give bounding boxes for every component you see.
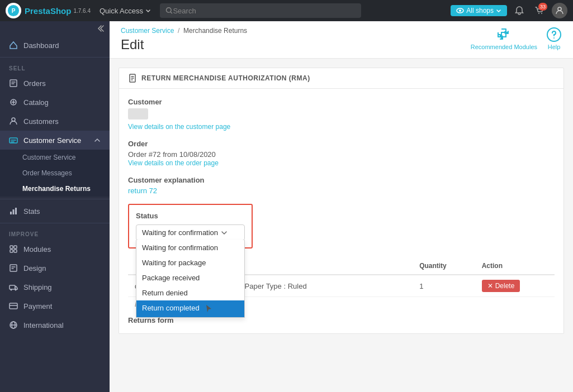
logo-area: P PrestaShop 1.7.6.4 <box>6 3 91 18</box>
globe-icon <box>9 321 18 329</box>
search-icon <box>165 7 173 15</box>
svg-text:P: P <box>12 8 16 14</box>
shipping-icon <box>9 283 18 291</box>
stats-icon <box>9 207 18 216</box>
dashboard-icon <box>9 41 18 50</box>
svg-point-5 <box>538 13 539 14</box>
sidebar-item-design[interactable]: Design <box>0 259 110 278</box>
notifications-button[interactable] <box>512 3 527 18</box>
sidebar-section-sell: SELL <box>0 60 110 74</box>
main-content: Customer Service / Merchandise Returns E… <box>110 21 573 392</box>
sidebar-subitem-order-messages[interactable]: Order Messages <box>0 165 110 181</box>
svg-rect-20 <box>10 285 15 289</box>
search-input[interactable] <box>173 7 356 15</box>
header-actions: Recommended Modules Help <box>471 27 562 50</box>
sidebar: Dashboard SELL Orders Catalog Customers <box>0 21 110 392</box>
logo-text: PrestaShop <box>25 6 71 16</box>
sidebar-item-customers[interactable]: Customers <box>0 112 110 131</box>
sidebar-item-stats[interactable]: Stats <box>0 202 110 221</box>
orders-badge: 33 <box>538 3 547 11</box>
status-option-return-completed[interactable]: Return completed <box>136 300 244 317</box>
delete-product-button[interactable]: ✕ Delete <box>482 280 520 292</box>
help-icon <box>546 27 562 42</box>
status-option-waiting-confirmation[interactable]: Waiting for confirmation <box>136 240 244 255</box>
collapse-icon <box>96 25 104 32</box>
chevron-up-icon <box>94 137 101 144</box>
user-icon <box>555 6 564 15</box>
status-option-package-received[interactable]: Package received <box>136 270 244 285</box>
chevron-down-icon <box>496 8 501 13</box>
sidebar-section-improve: IMPROVE <box>0 226 110 240</box>
order-field: Order Order #72 from 10/08/2020 View det… <box>128 140 555 167</box>
rma-card: RETURN MERCHANDISE AUTHORIZATION (RMA) C… <box>119 68 564 334</box>
sidebar-item-international[interactable]: International <box>0 315 110 334</box>
chevron-down-icon <box>221 230 228 236</box>
breadcrumb: Customer Service / Merchandise Returns <box>121 27 247 35</box>
customers-icon <box>9 117 18 126</box>
svg-point-21 <box>11 289 12 291</box>
customer-detail-link[interactable]: View details on the customer page <box>128 123 230 131</box>
quick-access-button[interactable]: Quick Access <box>100 7 151 15</box>
col-header-qty: Quantity <box>413 257 475 275</box>
orders-icon-button[interactable]: 33 <box>532 3 547 18</box>
cursor-icon <box>205 304 212 314</box>
sidebar-item-payment[interactable]: Payment <box>0 297 110 315</box>
content-area: RETURN MERCHANDISE AUTHORIZATION (RMA) C… <box>110 59 573 352</box>
search-bar[interactable] <box>160 3 361 18</box>
sidebar-item-orders[interactable]: Orders <box>0 74 110 93</box>
sidebar-subitem-customer-service[interactable]: Customer Service <box>0 150 110 165</box>
breadcrumb-parent-link[interactable]: Customer Service <box>121 27 174 35</box>
logo-icon: P <box>6 3 21 18</box>
svg-point-10 <box>12 118 15 121</box>
user-avatar[interactable] <box>552 3 567 18</box>
divider-2 <box>0 199 110 199</box>
nav-right: All shops 33 <box>451 3 567 18</box>
divider-3 <box>0 223 110 223</box>
breadcrumb-child: Merchandise Returns <box>183 27 247 35</box>
sidebar-item-shipping[interactable]: Shipping <box>0 278 110 297</box>
status-select[interactable]: Waiting for confirmation <box>136 224 245 241</box>
orders-icon <box>9 79 18 88</box>
design-icon <box>9 264 18 273</box>
svg-point-28 <box>553 37 555 39</box>
main-header: Customer Service / Merchandise Returns E… <box>110 21 573 59</box>
status-option-return-denied[interactable]: Return denied <box>136 285 244 300</box>
divider <box>0 57 110 58</box>
top-navigation: P PrestaShop 1.7.6.4 Quick Access All sh… <box>0 0 573 21</box>
customer-service-icon <box>9 136 18 145</box>
rma-card-header: RETURN MERCHANDISE AUTHORIZATION (RMA) <box>119 68 563 89</box>
sidebar-item-catalog[interactable]: Catalog <box>0 93 110 112</box>
sidebar-item-customer-service[interactable]: Customer Service <box>0 131 110 150</box>
svg-rect-16 <box>14 246 17 248</box>
sidebar-subitem-merchandise-returns[interactable]: Merchandise Returns <box>0 181 110 197</box>
customer-avatar-placeholder <box>128 108 148 119</box>
svg-rect-17 <box>10 250 13 252</box>
svg-rect-12 <box>10 212 12 214</box>
sidebar-collapse-button[interactable] <box>0 21 110 36</box>
customer-field: Customer View details on the customer pa… <box>128 98 555 131</box>
product-qty: 1 <box>413 275 475 297</box>
recommended-modules-button[interactable]: Recommended Modules <box>471 27 537 50</box>
sidebar-item-dashboard[interactable]: Dashboard <box>0 36 110 55</box>
svg-rect-14 <box>15 208 17 214</box>
help-button[interactable]: Help <box>546 27 562 50</box>
svg-point-6 <box>541 13 542 14</box>
svg-rect-8 <box>10 80 17 87</box>
col-header-action: Action <box>475 257 555 275</box>
svg-point-7 <box>558 7 561 11</box>
bell-icon <box>514 6 524 16</box>
status-option-waiting-package[interactable]: Waiting for package <box>136 255 244 270</box>
svg-point-22 <box>15 289 17 291</box>
svg-rect-13 <box>13 209 15 214</box>
puzzle-icon <box>496 27 512 42</box>
all-shops-button[interactable]: All shops <box>451 5 507 16</box>
catalog-icon <box>9 98 18 107</box>
order-detail-link[interactable]: View details on the order page <box>128 159 219 167</box>
chevron-down-icon <box>145 8 151 13</box>
sidebar-item-modules[interactable]: Modules <box>0 240 110 259</box>
sidebar-submenu-customer-service: Customer Service Order Messages Merchand… <box>0 150 110 197</box>
page-title: Edit <box>121 37 247 52</box>
status-field: Status Waiting for confirmation Waiting <box>128 204 555 248</box>
svg-rect-18 <box>14 250 17 252</box>
explanation-value: return 72 <box>128 187 555 195</box>
